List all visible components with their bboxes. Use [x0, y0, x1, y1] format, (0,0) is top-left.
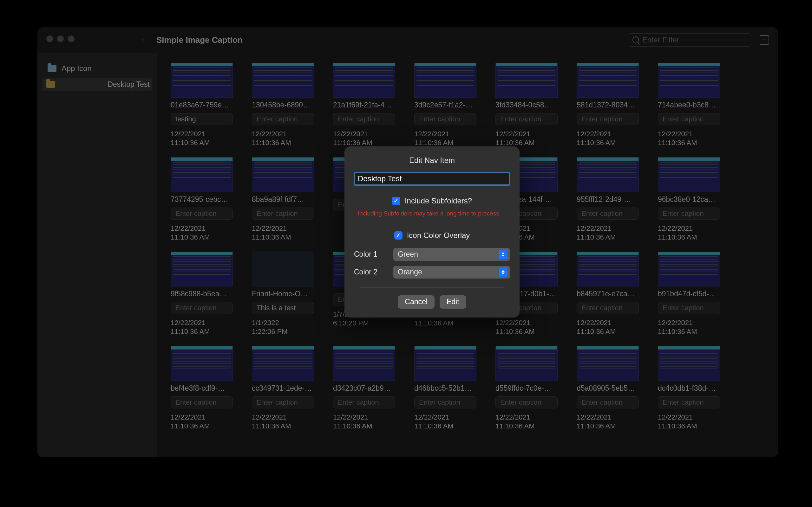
app-window: + Simple Image Caption App IconDesktop T… [38, 27, 778, 457]
color2-value: Orange [398, 268, 422, 276]
divider [360, 287, 504, 288]
color2-select[interactable]: Orange [393, 266, 510, 279]
subfolders-warning: Including Subfolders may take a long tim… [354, 210, 510, 218]
color1-value: Green [398, 250, 418, 259]
edit-button[interactable]: Edit [440, 295, 466, 308]
color2-label: Color 2 [354, 268, 389, 276]
color1-label: Color 1 [354, 250, 389, 259]
include-subfolders-checkbox[interactable]: ✓ [392, 197, 400, 205]
dialog-title: Edit Nav Item [354, 156, 510, 165]
icon-overlay-label: Icon Color Overlay [407, 231, 470, 240]
include-subfolders-label: Include Subfolders? [405, 196, 472, 205]
chevron-updown-icon [499, 250, 507, 259]
color1-select[interactable]: Green [393, 248, 510, 261]
chevron-updown-icon [499, 268, 507, 277]
icon-overlay-checkbox[interactable]: ✓ [394, 231, 403, 239]
edit-nav-item-dialog: Edit Nav Item ✓ Include Subfolders? Incl… [345, 147, 519, 318]
cancel-button[interactable]: Cancel [398, 295, 435, 308]
nav-item-name-input[interactable] [354, 172, 510, 186]
